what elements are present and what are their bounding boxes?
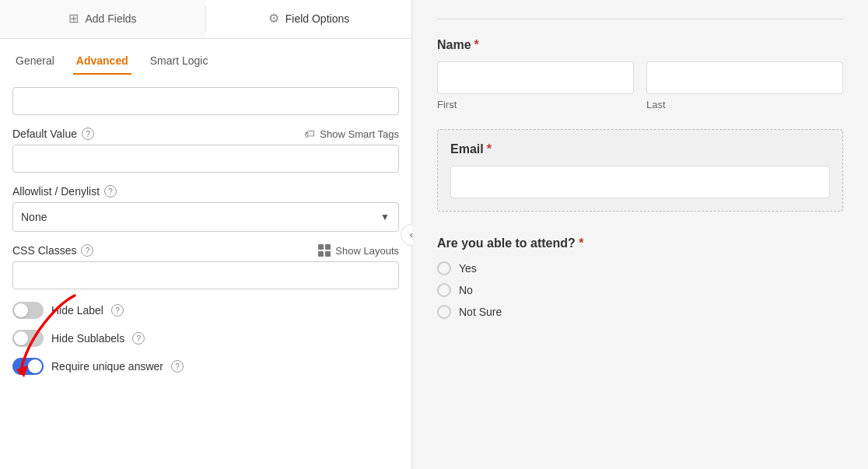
attend-required-star: * (579, 236, 583, 250)
attend-section: Are you able to attend? * Yes No Not Sur… (437, 230, 843, 319)
tab-add-fields[interactable]: ⊞ Add Fields (0, 0, 205, 38)
email-section: Email * (437, 129, 843, 212)
hide-sublabels-toggle-label: Hide Sublabels (51, 332, 124, 345)
radio-no-circle (437, 283, 451, 297)
show-layouts-btn[interactable]: Show Layouts (318, 244, 399, 257)
email-field-label: Email * (450, 142, 830, 156)
name-input-fields (437, 61, 843, 94)
sub-tab-advanced[interactable]: Advanced (73, 48, 131, 75)
field-options-icon: ⚙ (268, 11, 279, 26)
require-unique-answer-help-icon[interactable]: ? (171, 360, 184, 373)
name-required-star: * (474, 38, 479, 52)
top-divider (437, 19, 843, 19)
radio-option-not-sure[interactable]: Not Sure (437, 305, 843, 319)
sub-tabs-bar: General Advanced Smart Logic (0, 39, 411, 75)
top-tabs-bar: ⊞ Add Fields ⚙ Field Options (0, 0, 411, 39)
sub-tab-smart-logic[interactable]: Smart Logic (147, 48, 212, 75)
css-classes-input[interactable] (12, 261, 399, 289)
radio-option-no[interactable]: No (437, 283, 843, 297)
default-value-input[interactable] (12, 145, 399, 173)
attend-label-text: Are you able to attend? (437, 236, 576, 250)
allowlist-select-wrapper: None ▼ (12, 202, 399, 232)
show-smart-tags-btn[interactable]: 🏷 Show Smart Tags (304, 128, 399, 140)
top-input-field[interactable] (12, 87, 399, 115)
name-sub-labels-row: First Last (437, 99, 843, 110)
top-input-row (12, 87, 399, 115)
show-layouts-label: Show Layouts (335, 245, 399, 257)
last-name-input[interactable] (646, 61, 843, 94)
sub-tab-general-label: General (16, 54, 54, 67)
hide-label-toggle-label: Hide Label (51, 304, 103, 317)
default-value-label-left: Default Value ? (12, 128, 94, 140)
tab-field-options-label: Field Options (285, 12, 349, 25)
add-fields-icon: ⊞ (68, 11, 79, 26)
first-name-sub-label: First (437, 99, 634, 110)
radio-no-label: No (459, 284, 473, 296)
email-input[interactable] (450, 166, 830, 198)
require-unique-answer-toggle[interactable] (12, 358, 44, 375)
hide-sublabels-toggle-row: Hide Sublabels ? (12, 330, 399, 347)
radio-option-yes[interactable]: Yes (437, 261, 843, 275)
default-value-input-row (12, 145, 399, 173)
radio-yes-label: Yes (459, 262, 477, 275)
allowlist-label-row: Allowlist / Denylist ? (12, 185, 399, 198)
hide-sublabels-toggle[interactable] (12, 330, 44, 347)
attend-question-label: Are you able to attend? * (437, 236, 843, 250)
require-unique-answer-label: Require unique answer (51, 360, 163, 373)
first-name-input[interactable] (437, 61, 634, 94)
allowlist-help-icon[interactable]: ? (104, 185, 117, 198)
default-value-help-icon[interactable]: ? (82, 128, 94, 140)
show-smart-tags-label: Show Smart Tags (320, 128, 399, 140)
css-classes-label-left: CSS Classes ? (12, 244, 93, 257)
require-unique-answer-toggle-row: Require unique answer ? (12, 358, 399, 375)
allowlist-select[interactable]: None (12, 202, 399, 232)
email-label-text: Email (450, 142, 484, 156)
css-classes-label-text: CSS Classes (12, 244, 76, 257)
smart-tags-icon: 🏷 (304, 128, 315, 140)
sub-tab-smart-logic-label: Smart Logic (150, 54, 208, 67)
last-name-sub-label: Last (646, 99, 843, 110)
css-classes-help-icon[interactable]: ? (81, 244, 93, 257)
hide-sublabels-help-icon[interactable]: ? (132, 332, 145, 345)
form-preview-panel: Name * First Last Email * Are you able t… (412, 0, 868, 469)
email-required-star: * (487, 142, 492, 156)
sub-tab-advanced-label: Advanced (76, 54, 128, 67)
tab-field-options[interactable]: ⚙ Field Options (206, 0, 411, 38)
radio-yes-circle (437, 261, 451, 275)
radio-not-sure-circle (437, 305, 451, 319)
allowlist-label-left: Allowlist / Denylist ? (12, 185, 117, 198)
hide-label-toggle-row: Hide Label ? (12, 302, 399, 319)
default-value-label-row: Default Value ? 🏷 Show Smart Tags (12, 128, 399, 140)
allowlist-label-text: Allowlist / Denylist (12, 185, 100, 198)
sub-tab-general[interactable]: General (12, 48, 58, 75)
name-label-text: Name (437, 38, 471, 52)
hide-label-help-icon[interactable]: ? (111, 304, 124, 317)
layouts-icon (318, 244, 331, 257)
css-classes-input-row (12, 261, 399, 289)
css-classes-label-row: CSS Classes ? Show Layouts (12, 244, 399, 257)
radio-not-sure-label: Not Sure (459, 306, 502, 318)
hide-label-toggle[interactable] (12, 302, 44, 319)
default-value-label-text: Default Value (12, 128, 77, 140)
name-field-label: Name * (437, 38, 843, 52)
advanced-content-area: Default Value ? 🏷 Show Smart Tags Allowl… (0, 75, 411, 469)
tab-add-fields-label: Add Fields (85, 12, 136, 25)
